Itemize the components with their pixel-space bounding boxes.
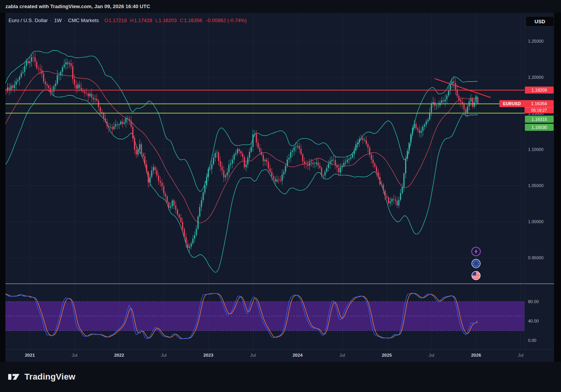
ohlc-readout: O1.17218 H1.17428 L1.16203 C1.16356 -0.0… — [104, 17, 247, 23]
time-tick: 2026 — [471, 353, 481, 357]
tradingview-logo[interactable] — [8, 371, 20, 382]
lightning-icon — [471, 246, 481, 257]
bollinger-basis-line — [5, 71, 478, 223]
time-tick: Jul — [161, 353, 167, 357]
footer: TradingView — [0, 362, 561, 392]
price-tick: 1.00000 — [528, 219, 544, 224]
event-marker-icons — [471, 246, 481, 281]
support-price-tag-2: 1.15030 — [525, 124, 554, 131]
tradingview-wordmark[interactable]: TradingView — [24, 372, 75, 382]
symbol-header: Euro / U.S. Dollar · 1W · CMC Markets O1… — [9, 17, 247, 23]
us-flag-icon — [471, 271, 481, 281]
time-tick: 2024 — [293, 353, 303, 357]
time-tick: Jul — [250, 353, 256, 357]
symbol-tag: EURUSD — [499, 100, 525, 107]
price-axis[interactable]: 1.250001.200001.150001.100001.050001.000… — [525, 13, 554, 349]
time-tick: 2023 — [203, 353, 213, 357]
candlestick-series — [5, 52, 478, 252]
stochastic-tick: 0.00 — [528, 338, 536, 343]
time-tick: 2021 — [25, 353, 35, 357]
support-price-text-2: 1.15030 — [532, 125, 547, 130]
current-price-tag: EURUSD 1.16356 05:19:27 — [499, 100, 554, 113]
close-readout: C1.16356 — [180, 17, 202, 23]
stochastic-pane — [5, 293, 525, 339]
feed-label: CMC Markets — [68, 17, 99, 23]
price-tick: 0.95000 — [528, 255, 544, 260]
bollinger-upper-band — [5, 50, 478, 191]
open-readout: O1.17218 — [104, 17, 127, 23]
change-readout: -0.00862 (-0.74%) — [206, 17, 247, 23]
chart-shell: Euro / U.S. Dollar · 1W · CMC Markets O1… — [5, 13, 554, 362]
separator-dot: · — [50, 17, 52, 23]
time-tick: 2022 — [114, 353, 124, 357]
descending-trend-line[interactable] — [435, 79, 490, 97]
interval-label[interactable]: 1W — [54, 17, 62, 23]
resistance-price-tag: 1.18209 — [525, 87, 554, 94]
time-tick: 2025 — [382, 353, 392, 357]
price-tick: 1.10000 — [528, 147, 544, 152]
time-tick: Jul — [339, 353, 345, 357]
low-readout: L1.16203 — [155, 17, 177, 23]
stochastic-tick: 40.00 — [528, 318, 539, 324]
current-price-box: 1.16356 05:19:27 — [525, 100, 554, 113]
high-readout: H1.17428 — [130, 17, 152, 23]
eu-flag-icon — [471, 258, 481, 269]
time-tick: Jul — [72, 353, 78, 357]
price-tick: 1.20000 — [528, 75, 544, 80]
bar-countdown: 05:19:27 — [525, 107, 554, 113]
chart-canvas[interactable] — [5, 13, 554, 362]
support-price-text-1: 1.16315 — [532, 117, 547, 121]
stochastic-tick: 80.00 — [528, 299, 539, 304]
attribution-text: zabla created with TradingView.com, Jan … — [5, 3, 150, 9]
attribution-bar: zabla created with TradingView.com, Jan … — [0, 0, 561, 13]
time-tick: Jul — [429, 353, 435, 357]
bollinger-lower-band — [5, 90, 478, 272]
currency-toggle-button[interactable]: USD — [526, 16, 554, 26]
time-tick: Jul — [518, 353, 524, 357]
stochastic-band — [5, 302, 525, 331]
resistance-price-text: 1.18209 — [532, 88, 547, 92]
time-axis[interactable]: 2021Jul2022Jul2023Jul2024Jul2025Jul2026J… — [5, 349, 554, 362]
support-price-tag-1: 1.16315 — [525, 116, 554, 123]
price-tick: 1.25000 — [528, 38, 544, 44]
current-price-text: 1.16356 — [525, 100, 554, 107]
symbol-title[interactable]: Euro / U.S. Dollar — [9, 17, 48, 23]
separator-dot: · — [64, 17, 66, 23]
price-tick: 1.05000 — [528, 183, 544, 188]
